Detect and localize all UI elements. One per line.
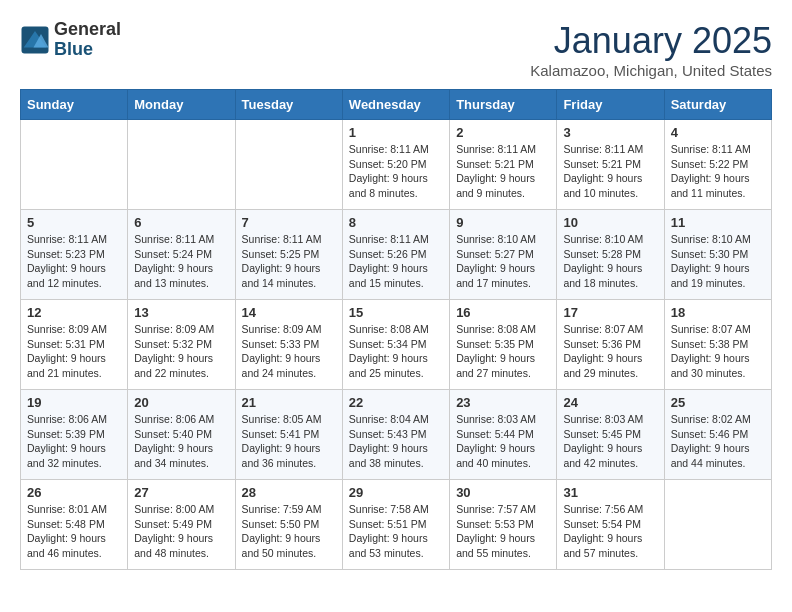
calendar-cell: 16Sunrise: 8:08 AM Sunset: 5:35 PM Dayli… bbox=[450, 300, 557, 390]
calendar-cell: 9Sunrise: 8:10 AM Sunset: 5:27 PM Daylig… bbox=[450, 210, 557, 300]
day-info: Sunrise: 8:02 AM Sunset: 5:46 PM Dayligh… bbox=[671, 412, 765, 471]
calendar-cell bbox=[21, 120, 128, 210]
day-info: Sunrise: 8:03 AM Sunset: 5:45 PM Dayligh… bbox=[563, 412, 657, 471]
day-number: 14 bbox=[242, 305, 336, 320]
day-info: Sunrise: 8:03 AM Sunset: 5:44 PM Dayligh… bbox=[456, 412, 550, 471]
calendar-cell: 29Sunrise: 7:58 AM Sunset: 5:51 PM Dayli… bbox=[342, 480, 449, 570]
day-info: Sunrise: 8:11 AM Sunset: 5:25 PM Dayligh… bbox=[242, 232, 336, 291]
day-header-wednesday: Wednesday bbox=[342, 90, 449, 120]
calendar-cell: 23Sunrise: 8:03 AM Sunset: 5:44 PM Dayli… bbox=[450, 390, 557, 480]
calendar-cell: 21Sunrise: 8:05 AM Sunset: 5:41 PM Dayli… bbox=[235, 390, 342, 480]
day-number: 16 bbox=[456, 305, 550, 320]
calendar-cell: 22Sunrise: 8:04 AM Sunset: 5:43 PM Dayli… bbox=[342, 390, 449, 480]
day-number: 2 bbox=[456, 125, 550, 140]
day-info: Sunrise: 8:11 AM Sunset: 5:20 PM Dayligh… bbox=[349, 142, 443, 201]
day-number: 22 bbox=[349, 395, 443, 410]
calendar-cell: 19Sunrise: 8:06 AM Sunset: 5:39 PM Dayli… bbox=[21, 390, 128, 480]
day-header-sunday: Sunday bbox=[21, 90, 128, 120]
day-header-monday: Monday bbox=[128, 90, 235, 120]
day-number: 13 bbox=[134, 305, 228, 320]
day-info: Sunrise: 8:09 AM Sunset: 5:33 PM Dayligh… bbox=[242, 322, 336, 381]
day-number: 12 bbox=[27, 305, 121, 320]
calendar-cell: 2Sunrise: 8:11 AM Sunset: 5:21 PM Daylig… bbox=[450, 120, 557, 210]
calendar-cell: 1Sunrise: 8:11 AM Sunset: 5:20 PM Daylig… bbox=[342, 120, 449, 210]
calendar-cell: 30Sunrise: 7:57 AM Sunset: 5:53 PM Dayli… bbox=[450, 480, 557, 570]
day-number: 24 bbox=[563, 395, 657, 410]
day-number: 1 bbox=[349, 125, 443, 140]
calendar-week-row: 26Sunrise: 8:01 AM Sunset: 5:48 PM Dayli… bbox=[21, 480, 772, 570]
calendar-table: SundayMondayTuesdayWednesdayThursdayFrid… bbox=[20, 89, 772, 570]
day-info: Sunrise: 8:00 AM Sunset: 5:49 PM Dayligh… bbox=[134, 502, 228, 561]
day-info: Sunrise: 8:05 AM Sunset: 5:41 PM Dayligh… bbox=[242, 412, 336, 471]
day-info: Sunrise: 8:08 AM Sunset: 5:34 PM Dayligh… bbox=[349, 322, 443, 381]
day-info: Sunrise: 8:11 AM Sunset: 5:26 PM Dayligh… bbox=[349, 232, 443, 291]
calendar-cell: 3Sunrise: 8:11 AM Sunset: 5:21 PM Daylig… bbox=[557, 120, 664, 210]
day-number: 27 bbox=[134, 485, 228, 500]
day-info: Sunrise: 8:11 AM Sunset: 5:22 PM Dayligh… bbox=[671, 142, 765, 201]
day-info: Sunrise: 7:58 AM Sunset: 5:51 PM Dayligh… bbox=[349, 502, 443, 561]
day-info: Sunrise: 8:11 AM Sunset: 5:23 PM Dayligh… bbox=[27, 232, 121, 291]
day-info: Sunrise: 8:10 AM Sunset: 5:30 PM Dayligh… bbox=[671, 232, 765, 291]
day-info: Sunrise: 8:06 AM Sunset: 5:39 PM Dayligh… bbox=[27, 412, 121, 471]
day-number: 31 bbox=[563, 485, 657, 500]
calendar-cell: 11Sunrise: 8:10 AM Sunset: 5:30 PM Dayli… bbox=[664, 210, 771, 300]
calendar-week-row: 19Sunrise: 8:06 AM Sunset: 5:39 PM Dayli… bbox=[21, 390, 772, 480]
day-info: Sunrise: 8:04 AM Sunset: 5:43 PM Dayligh… bbox=[349, 412, 443, 471]
day-info: Sunrise: 8:11 AM Sunset: 5:21 PM Dayligh… bbox=[456, 142, 550, 201]
calendar-cell: 10Sunrise: 8:10 AM Sunset: 5:28 PM Dayli… bbox=[557, 210, 664, 300]
calendar-week-row: 1Sunrise: 8:11 AM Sunset: 5:20 PM Daylig… bbox=[21, 120, 772, 210]
calendar-cell: 18Sunrise: 8:07 AM Sunset: 5:38 PM Dayli… bbox=[664, 300, 771, 390]
day-number: 20 bbox=[134, 395, 228, 410]
day-info: Sunrise: 8:10 AM Sunset: 5:28 PM Dayligh… bbox=[563, 232, 657, 291]
day-header-tuesday: Tuesday bbox=[235, 90, 342, 120]
day-number: 8 bbox=[349, 215, 443, 230]
calendar-week-row: 12Sunrise: 8:09 AM Sunset: 5:31 PM Dayli… bbox=[21, 300, 772, 390]
calendar-cell: 6Sunrise: 8:11 AM Sunset: 5:24 PM Daylig… bbox=[128, 210, 235, 300]
logo-general: General bbox=[54, 20, 121, 40]
day-info: Sunrise: 8:08 AM Sunset: 5:35 PM Dayligh… bbox=[456, 322, 550, 381]
calendar-cell bbox=[128, 120, 235, 210]
calendar-cell: 25Sunrise: 8:02 AM Sunset: 5:46 PM Dayli… bbox=[664, 390, 771, 480]
calendar-cell bbox=[235, 120, 342, 210]
calendar-cell: 8Sunrise: 8:11 AM Sunset: 5:26 PM Daylig… bbox=[342, 210, 449, 300]
day-info: Sunrise: 8:01 AM Sunset: 5:48 PM Dayligh… bbox=[27, 502, 121, 561]
calendar-cell: 15Sunrise: 8:08 AM Sunset: 5:34 PM Dayli… bbox=[342, 300, 449, 390]
day-number: 30 bbox=[456, 485, 550, 500]
day-info: Sunrise: 8:09 AM Sunset: 5:32 PM Dayligh… bbox=[134, 322, 228, 381]
day-info: Sunrise: 7:57 AM Sunset: 5:53 PM Dayligh… bbox=[456, 502, 550, 561]
day-info: Sunrise: 8:11 AM Sunset: 5:21 PM Dayligh… bbox=[563, 142, 657, 201]
calendar-cell: 12Sunrise: 8:09 AM Sunset: 5:31 PM Dayli… bbox=[21, 300, 128, 390]
day-number: 10 bbox=[563, 215, 657, 230]
calendar-cell: 5Sunrise: 8:11 AM Sunset: 5:23 PM Daylig… bbox=[21, 210, 128, 300]
day-number: 26 bbox=[27, 485, 121, 500]
day-header-thursday: Thursday bbox=[450, 90, 557, 120]
logo: General Blue bbox=[20, 20, 121, 60]
logo-icon bbox=[20, 25, 50, 55]
month-title: January 2025 bbox=[530, 20, 772, 62]
day-info: Sunrise: 8:11 AM Sunset: 5:24 PM Dayligh… bbox=[134, 232, 228, 291]
day-number: 15 bbox=[349, 305, 443, 320]
day-header-friday: Friday bbox=[557, 90, 664, 120]
calendar-cell: 31Sunrise: 7:56 AM Sunset: 5:54 PM Dayli… bbox=[557, 480, 664, 570]
calendar-week-row: 5Sunrise: 8:11 AM Sunset: 5:23 PM Daylig… bbox=[21, 210, 772, 300]
calendar-cell: 4Sunrise: 8:11 AM Sunset: 5:22 PM Daylig… bbox=[664, 120, 771, 210]
day-info: Sunrise: 8:07 AM Sunset: 5:36 PM Dayligh… bbox=[563, 322, 657, 381]
day-info: Sunrise: 8:07 AM Sunset: 5:38 PM Dayligh… bbox=[671, 322, 765, 381]
day-number: 19 bbox=[27, 395, 121, 410]
day-number: 17 bbox=[563, 305, 657, 320]
calendar-cell: 14Sunrise: 8:09 AM Sunset: 5:33 PM Dayli… bbox=[235, 300, 342, 390]
calendar-cell: 26Sunrise: 8:01 AM Sunset: 5:48 PM Dayli… bbox=[21, 480, 128, 570]
calendar-cell bbox=[664, 480, 771, 570]
calendar-cell: 24Sunrise: 8:03 AM Sunset: 5:45 PM Dayli… bbox=[557, 390, 664, 480]
day-number: 5 bbox=[27, 215, 121, 230]
day-number: 21 bbox=[242, 395, 336, 410]
day-number: 29 bbox=[349, 485, 443, 500]
day-info: Sunrise: 8:06 AM Sunset: 5:40 PM Dayligh… bbox=[134, 412, 228, 471]
calendar-cell: 13Sunrise: 8:09 AM Sunset: 5:32 PM Dayli… bbox=[128, 300, 235, 390]
calendar-cell: 27Sunrise: 8:00 AM Sunset: 5:49 PM Dayli… bbox=[128, 480, 235, 570]
day-number: 3 bbox=[563, 125, 657, 140]
logo-blue: Blue bbox=[54, 40, 121, 60]
day-info: Sunrise: 7:56 AM Sunset: 5:54 PM Dayligh… bbox=[563, 502, 657, 561]
calendar-cell: 28Sunrise: 7:59 AM Sunset: 5:50 PM Dayli… bbox=[235, 480, 342, 570]
day-number: 23 bbox=[456, 395, 550, 410]
